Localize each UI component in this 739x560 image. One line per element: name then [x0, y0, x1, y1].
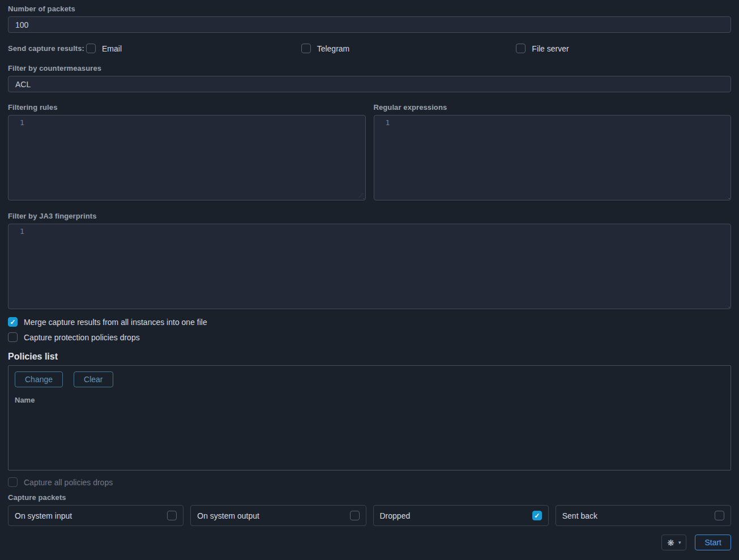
on-system-input-checkbox-box[interactable]: ✓ [167, 511, 177, 520]
change-button[interactable]: Change [15, 371, 63, 387]
filtering-rules-editor[interactable]: 1 [8, 115, 366, 200]
sent-back-checkbox-box[interactable]: ✓ [715, 511, 724, 520]
footer-actions: ❋ ▾ Start [8, 535, 731, 550]
dropped-checkbox-box[interactable]: ✓ [532, 511, 542, 520]
merge-results-checkbox-label: Merge capture results from all instances… [24, 318, 207, 327]
start-button[interactable]: Start [695, 535, 731, 550]
capture-option-on-system-output[interactable]: On system output ✓ [190, 505, 366, 526]
caret-down-icon: ▾ [678, 540, 681, 545]
resize-handle-icon[interactable] [724, 193, 729, 199]
on-system-output-checkbox-box[interactable]: ✓ [350, 511, 360, 520]
merge-results-checkbox-box[interactable]: ✓ [8, 317, 18, 327]
regular-expressions-label: Regular expressions [374, 103, 732, 112]
capture-option-sent-back[interactable]: Sent back ✓ [556, 505, 731, 526]
resize-handle-icon[interactable] [358, 193, 364, 199]
on-system-input-label: On system input [15, 511, 72, 520]
checkbox-telegram[interactable]: ✓ Telegram [301, 44, 516, 53]
policies-panel-buttons: Change Clear [15, 371, 724, 387]
dropped-label: Dropped [380, 511, 411, 520]
checkbox-email[interactable]: ✓ Email [86, 44, 301, 53]
policies-list-title: Policies list [8, 352, 731, 362]
policies-panel: Change Clear Name [8, 365, 731, 471]
send-capture-options: ✓ Email ✓ Telegram ✓ File server [86, 44, 731, 53]
sent-back-label: Sent back [562, 511, 597, 520]
resize-handle-icon[interactable] [724, 302, 729, 307]
email-checkbox-box[interactable]: ✓ [86, 44, 96, 53]
file-server-checkbox-label: File server [532, 44, 569, 53]
file-server-checkbox-box[interactable]: ✓ [516, 44, 526, 53]
telegram-checkbox-label: Telegram [317, 44, 350, 53]
capture-option-dropped[interactable]: Dropped ✓ [373, 505, 549, 526]
line-number: 1 [20, 227, 24, 236]
checkbox-all-policies-drops: ✓ Capture all policies drops [8, 477, 731, 487]
checkbox-protection-drops[interactable]: ✓ Capture protection policies drops [8, 332, 731, 342]
check-icon: ✓ [10, 319, 15, 326]
regular-expressions-column: Regular expressions 1 [374, 103, 732, 200]
send-capture-results-row: Send capture results: ✓ Email ✓ Telegram… [8, 44, 731, 53]
policies-table-header-name: Name [15, 396, 724, 404]
send-capture-results-label: Send capture results: [8, 44, 86, 53]
filter-countermeasures-input[interactable] [8, 76, 731, 92]
filtering-rules-column: Filtering rules 1 [8, 103, 366, 200]
line-number: 1 [20, 118, 24, 127]
line-number: 1 [386, 118, 390, 127]
all-policies-drops-checkbox-label: Capture all policies drops [24, 478, 113, 487]
number-of-packets-input[interactable] [8, 16, 731, 33]
filter-countermeasures-label: Filter by countermeasures [8, 64, 731, 72]
checkbox-merge-results[interactable]: ✓ Merge capture results from all instanc… [8, 317, 731, 327]
all-policies-drops-checkbox-box: ✓ [8, 477, 18, 487]
asterisk-settings-icon: ❋ [667, 538, 674, 547]
capture-packets-options: On system input ✓ On system output ✓ Dro… [8, 505, 731, 526]
ja3-fingerprints-label: Filter by JA3 fingerprints [8, 212, 731, 220]
packet-capture-settings-form: Number of packets Send capture results: … [0, 0, 739, 560]
regular-expressions-editor[interactable]: 1 [374, 115, 732, 200]
check-icon: ✓ [534, 512, 540, 519]
clear-button[interactable]: Clear [74, 371, 113, 387]
telegram-checkbox-box[interactable]: ✓ [301, 44, 311, 53]
protection-drops-checkbox-box[interactable]: ✓ [8, 332, 18, 342]
options-checkbox-stack: ✓ Merge capture results from all instanc… [8, 317, 731, 342]
ja3-fingerprints-editor[interactable]: 1 [8, 224, 731, 309]
capture-packets-label: Capture packets [8, 493, 731, 502]
protection-drops-checkbox-label: Capture protection policies drops [24, 333, 140, 342]
filtering-rules-label: Filtering rules [8, 103, 366, 112]
capture-option-on-system-input[interactable]: On system input ✓ [8, 505, 183, 526]
on-system-output-label: On system output [197, 511, 259, 520]
email-checkbox-label: Email [102, 44, 122, 53]
settings-dropdown-button[interactable]: ❋ ▾ [661, 535, 686, 550]
number-of-packets-label: Number of packets [8, 5, 731, 13]
checkbox-file-server[interactable]: ✓ File server [516, 44, 731, 53]
